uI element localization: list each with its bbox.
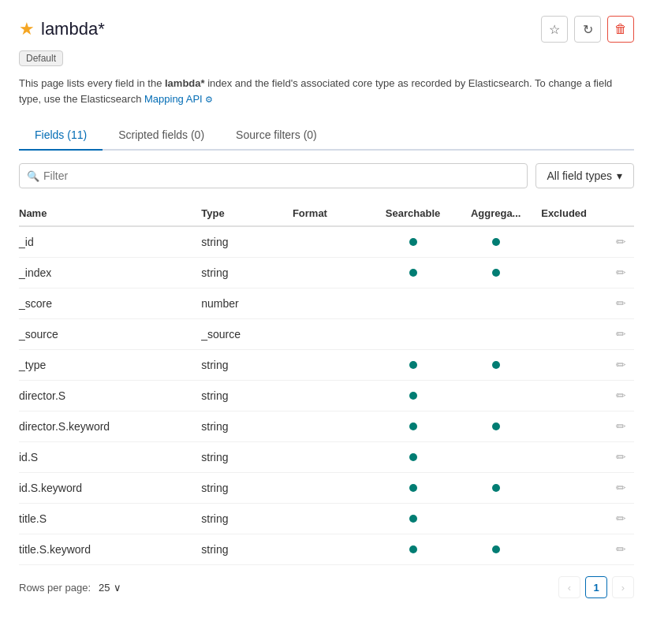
filter-input[interactable]: [19, 163, 528, 188]
filter-input-wrap: 🔍: [19, 163, 528, 188]
cell-edit-action: ✏: [607, 226, 634, 258]
cell-searchable: [375, 319, 458, 350]
edit-field-button[interactable]: ✏: [616, 481, 626, 495]
cell-edit-action: ✏: [607, 350, 634, 381]
cell-excluded: [541, 319, 607, 350]
page-title: lambda*: [41, 19, 105, 39]
cell-type: string: [201, 504, 293, 534]
refresh-button[interactable]: ↻: [574, 16, 601, 43]
current-page-number: 1: [585, 576, 607, 598]
cell-searchable: [375, 442, 458, 473]
delete-button[interactable]: 🗑: [607, 16, 634, 43]
rows-per-page-select[interactable]: 25 ∨: [95, 580, 124, 595]
col-header-type: Type: [201, 201, 293, 226]
cell-name: _id: [19, 226, 201, 258]
pagination-bar: Rows per page: 25 ∨ ‹ 1 ›: [19, 565, 634, 601]
edit-field-button[interactable]: ✏: [616, 327, 626, 341]
edit-field-button[interactable]: ✏: [616, 389, 626, 403]
description-text-before: This page lists every field in the: [19, 77, 165, 89]
edit-field-button[interactable]: ✏: [616, 419, 626, 434]
searchable-dot: [409, 484, 417, 492]
cell-name: _type: [19, 350, 201, 381]
table-row: director.Sstring✏: [19, 381, 634, 411]
table-row: _source_source✏: [19, 319, 634, 350]
edit-field-button[interactable]: ✏: [616, 512, 626, 526]
favorite-button[interactable]: ☆: [541, 16, 568, 43]
cell-excluded: [541, 442, 607, 473]
cell-type: string: [201, 226, 293, 258]
searchable-dot: [409, 392, 417, 400]
aggregatable-dot: [492, 484, 500, 492]
cell-format: [293, 411, 375, 442]
tab-scripted-fields[interactable]: Scripted fields (0): [103, 121, 220, 151]
aggregatable-dot: [492, 238, 500, 246]
cell-name: director.S.keyword: [19, 411, 201, 442]
searchable-dot: [409, 238, 417, 246]
field-type-label: All field types: [547, 169, 612, 182]
cell-edit-action: ✏: [607, 381, 634, 411]
searchable-dot: [409, 515, 417, 523]
cell-edit-action: ✏: [607, 411, 634, 442]
cell-name: id.S: [19, 442, 201, 473]
cell-searchable: [375, 288, 458, 319]
cell-aggregatable: [458, 350, 541, 381]
cell-format: [293, 534, 375, 565]
cell-name: director.S: [19, 381, 201, 411]
col-header-aggregatable: Aggrega...: [458, 201, 541, 226]
cell-edit-action: ✏: [607, 319, 634, 350]
cell-searchable: [375, 534, 458, 565]
edit-field-button[interactable]: ✏: [616, 358, 626, 372]
cell-format: [293, 258, 375, 288]
filter-row: 🔍 All field types ▾: [19, 163, 634, 188]
cell-format: [293, 442, 375, 473]
prev-page-button[interactable]: ‹: [558, 576, 580, 598]
tab-fields[interactable]: Fields (11): [19, 121, 103, 151]
chevron-down-icon: ∨: [114, 582, 121, 594]
table-row: title.S.keywordstring✏: [19, 534, 634, 565]
cell-type: string: [201, 350, 293, 381]
searchable-dot: [409, 545, 417, 553]
cell-excluded: [541, 350, 607, 381]
search-icon: 🔍: [27, 170, 39, 182]
next-page-button[interactable]: ›: [612, 576, 634, 598]
edit-field-button[interactable]: ✏: [616, 450, 626, 464]
delete-icon: 🗑: [614, 22, 627, 36]
tabs-bar: Fields (11) Scripted fields (0) Source f…: [19, 121, 634, 151]
cell-type: string: [201, 258, 293, 288]
cell-searchable: [375, 350, 458, 381]
cell-type: _source: [201, 319, 293, 350]
cell-excluded: [541, 411, 607, 442]
cell-format: [293, 504, 375, 534]
cell-searchable: [375, 258, 458, 288]
edit-field-button[interactable]: ✏: [616, 235, 626, 249]
edit-field-button[interactable]: ✏: [616, 542, 626, 557]
rows-per-page-label: Rows per page:: [19, 582, 91, 594]
cell-format: [293, 350, 375, 381]
cell-excluded: [541, 381, 607, 411]
prev-icon: ‹: [568, 582, 571, 594]
col-header-action: [607, 201, 634, 226]
next-icon: ›: [621, 582, 625, 594]
star-icon: ★: [19, 19, 35, 39]
tab-source-filters[interactable]: Source filters (0): [220, 121, 333, 151]
cell-type: string: [201, 381, 293, 411]
rows-per-page-value: 25: [99, 582, 110, 594]
cell-excluded: [541, 504, 607, 534]
edit-field-button[interactable]: ✏: [616, 296, 626, 311]
cell-aggregatable: [458, 381, 541, 411]
table-row: _typestring✏: [19, 350, 634, 381]
cell-name: title.S: [19, 504, 201, 534]
cell-aggregatable: [458, 504, 541, 534]
rows-per-page: Rows per page: 25 ∨: [19, 580, 125, 595]
index-name-bold: lambda*: [165, 77, 205, 89]
cell-name: _score: [19, 288, 201, 319]
field-type-dropdown[interactable]: All field types ▾: [535, 163, 634, 188]
cell-edit-action: ✏: [607, 504, 634, 534]
header-actions: ☆ ↻ 🗑: [541, 16, 634, 43]
aggregatable-dot: [492, 545, 500, 553]
edit-field-button[interactable]: ✏: [616, 266, 626, 280]
page-controls: ‹ 1 ›: [558, 576, 634, 598]
aggregatable-dot: [492, 361, 500, 369]
mapping-api-link[interactable]: Mapping API: [144, 93, 203, 105]
star-outline-icon: ☆: [549, 22, 560, 37]
